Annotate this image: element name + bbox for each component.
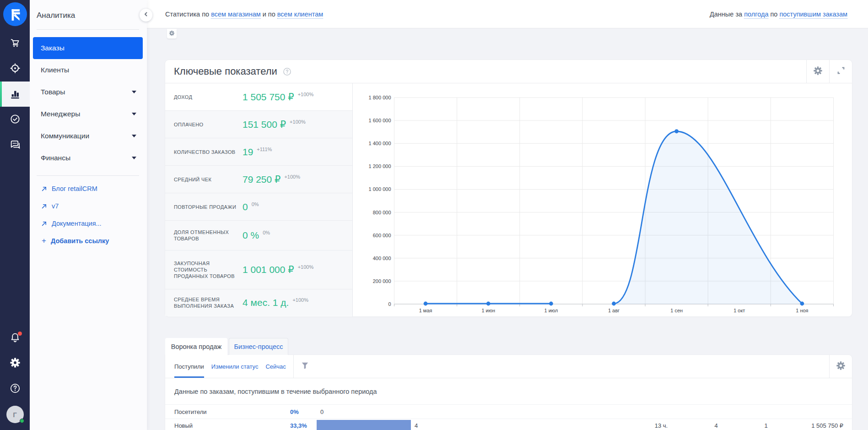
plus-icon: + (41, 236, 47, 245)
funnel-tab-business-process[interactable]: Бизнес-процесс (229, 338, 288, 355)
sidebar-item-managers[interactable]: Менеджеры (33, 103, 143, 125)
svg-text:1 400 000: 1 400 000 (369, 141, 391, 146)
key-metrics-header: Ключевые показатели (165, 60, 852, 83)
filter-button[interactable] (302, 355, 308, 378)
period-middle: по (770, 11, 777, 18)
funnel-row[interactable]: Новый33,3%413 ч.411 505 750 ₽ (165, 419, 852, 430)
kpi-row[interactable]: ЗАКУПОЧНАЯ СТОИМОСТЬ ПРОДАННЫХ ТОВАРОВ1 … (165, 250, 352, 289)
funnel-row-percent: 33,3% (290, 422, 317, 429)
kpi-label: ДОХОД (174, 94, 243, 100)
sidebar-item-finance[interactable]: Финансы (33, 147, 143, 169)
order-type-link[interactable]: поступившим заказам (779, 11, 847, 19)
funnel-description: Данные по заказам, поступившим в течение… (165, 378, 852, 405)
kpi-delta: +100% (298, 92, 314, 97)
svg-text:1 800 000: 1 800 000 (369, 95, 391, 100)
iconbar-item-customers[interactable] (0, 56, 30, 82)
svg-text:1 сен: 1 сен (670, 308, 683, 313)
expand-button[interactable] (829, 60, 852, 83)
retailcrm-logo[interactable] (0, 0, 30, 30)
iconbar-item-chats[interactable] (0, 133, 30, 158)
iconbar-item-notifications[interactable] (0, 326, 30, 351)
sidebar-external-link-3[interactable]: Документация... (41, 219, 140, 228)
svg-text:600 000: 600 000 (373, 233, 391, 238)
chevron-down-icon (132, 91, 136, 93)
kpi-delta: 0% (252, 201, 259, 207)
funnel-subtab-changed-status[interactable]: Изменили статус (211, 355, 259, 378)
funnel-subtab-received[interactable]: Поступили (174, 355, 204, 378)
all-clients-link[interactable]: всем клиентам (277, 11, 323, 19)
funnel-row-bar (317, 420, 411, 430)
funnel-row-percent: 0% (290, 408, 317, 415)
funnel-tab-sales-funnel[interactable]: Воронка продаж (165, 338, 227, 355)
kpi-value: 1 001 000 ₽ (243, 264, 294, 275)
iconbar-item-settings[interactable] (0, 351, 30, 376)
sales-funnel-card: ПоступилиИзменили статусСейчас Данные по… (165, 355, 852, 430)
sidebar-link-label: Документация... (52, 220, 102, 227)
sidebar-item-label: Товары (41, 88, 65, 96)
iconbar-item-help[interactable] (0, 376, 30, 402)
kpi-label: СРЕДНИЙ ЧЕК (174, 176, 243, 183)
chevron-down-icon (132, 113, 136, 115)
add-link-button[interactable]: +Добавить ссылку (41, 236, 140, 245)
key-metrics-title: Ключевые показатели (174, 65, 277, 77)
kpi-row[interactable]: ПОВТОРНЫЕ ПРОДАЖИ00% (165, 193, 352, 221)
key-metrics-card: Ключевые показатели ДОХОД1 505 750 ₽+100… (165, 60, 852, 316)
kpi-label: КОЛИЧЕСТВО ЗАКАЗОВ (174, 149, 243, 155)
icon-sidebar: Г (0, 0, 30, 430)
bar-chart-icon (10, 88, 21, 101)
analytics-sidebar: Аналитика ЗаказыКлиентыТоварыМенеджерыКо… (30, 0, 147, 430)
funnel-row-sum: 1 505 750 ₽ (811, 422, 843, 429)
avatar[interactable]: Г (0, 402, 30, 430)
filter-icon (302, 362, 308, 371)
svg-text:400 000: 400 000 (373, 256, 391, 261)
kpi-row[interactable]: ДОЛЯ ОТМЕНЕННЫХ ТОВАРОВ0 %0% (165, 221, 352, 250)
sidebar-item-products[interactable]: Товары (33, 81, 143, 103)
page-header: Статистика по всем магазинам и по всем к… (147, 0, 868, 28)
sidebar-collapse-button[interactable] (140, 9, 152, 22)
sidebar-title: Аналитика (30, 0, 147, 20)
cart-icon (10, 38, 21, 50)
sidebar-external-link-2[interactable]: v7 (41, 201, 140, 211)
all-shops-link[interactable]: всем магазинам (211, 11, 261, 19)
scope-middle: и по (263, 11, 275, 18)
kpi-row[interactable]: ОПЛАЧЕНО151 500 ₽+100% (165, 111, 352, 138)
sidebar-item-communications[interactable]: Коммуникации (33, 125, 143, 147)
funnel-settings-button[interactable] (829, 355, 852, 378)
kpi-delta: +111% (257, 147, 272, 152)
sidebar-item-orders[interactable]: Заказы (33, 37, 143, 59)
sidebar-external-link-1[interactable]: Блог retailCRM (41, 184, 140, 193)
external-link-icon (41, 186, 47, 192)
help-icon[interactable] (283, 68, 291, 76)
chart-settings-button[interactable] (806, 60, 829, 83)
kpi-row[interactable]: СРЕДНИЙ ЧЕК79 250 ₽+100% (165, 166, 352, 193)
gear-icon (836, 361, 846, 372)
kpi-value: 4 мес. 1 д. (243, 297, 289, 308)
funnel-row-count: 4 (702, 422, 730, 429)
page-settings-button[interactable] (167, 29, 177, 38)
svg-text:1 000 000: 1 000 000 (369, 186, 391, 192)
iconbar-item-tasks[interactable] (0, 107, 30, 133)
online-status-dot (20, 419, 24, 423)
chevron-down-icon (132, 135, 136, 137)
subtab-divider (293, 355, 294, 378)
funnel-subtab-now[interactable]: Сейчас (265, 355, 286, 378)
iconbar-item-orders[interactable] (0, 31, 30, 56)
kpi-row[interactable]: КОЛИЧЕСТВО ЗАКАЗОВ19+111% (165, 138, 352, 166)
period-link[interactable]: полгода (744, 11, 768, 19)
stats-scope-text: Статистика по всем магазинам и по всем к… (165, 11, 323, 18)
sidebar-item-clients[interactable]: Клиенты (33, 59, 143, 81)
scope-prefix: Статистика по (165, 11, 209, 18)
kpi-label: ПОВТОРНЫЕ ПРОДАЖИ (174, 204, 243, 210)
sidebar-item-label: Менеджеры (41, 110, 80, 118)
target-icon (10, 63, 21, 76)
svg-text:0: 0 (388, 301, 391, 307)
iconbar-item-analytics[interactable] (0, 82, 30, 107)
kpi-row[interactable]: СРЕДНЕЕ ВРЕМЯ ВЫПОЛНЕНИЯ ЗАКАЗА4 мес. 1 … (165, 289, 352, 316)
notification-badge (18, 332, 22, 336)
kpi-row[interactable]: ДОХОД1 505 750 ₽+100% (165, 83, 352, 111)
funnel-row-label: Посетители (174, 408, 290, 415)
kpi-label: ДОЛЯ ОТМЕНЕННЫХ ТОВАРОВ (174, 229, 243, 242)
funnel-row[interactable]: Посетители0%0 (165, 405, 852, 419)
svg-text:1 мая: 1 мая (419, 308, 432, 313)
svg-text:1 окт: 1 окт (733, 308, 745, 313)
